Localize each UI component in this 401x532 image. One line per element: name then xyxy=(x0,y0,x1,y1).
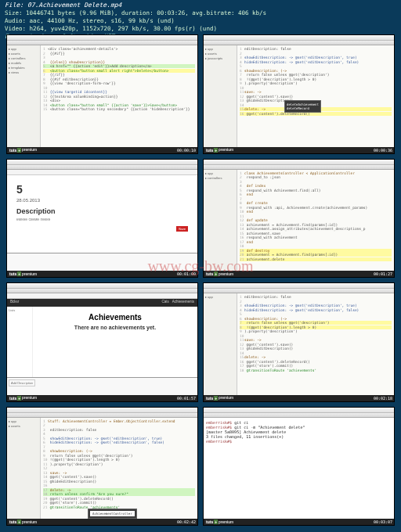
timestamp: 00:02:42 xyxy=(177,519,196,524)
autocomplete-popup[interactable]: AchievementController xyxy=(88,509,137,519)
nav-brand: Bcksr xyxy=(10,300,19,306)
thumbnail-grid: ▸ app▸ assets▸ controllers▸ models▸ temp… xyxy=(6,34,395,526)
thumbnail-6: ▸ app 1editDescription: false 2 3showEdi… xyxy=(203,282,395,402)
tutsplus-logo: tuts+premium xyxy=(9,271,37,276)
timestamp: 00:01:00 xyxy=(177,271,196,276)
file-sidebar: ▸ app▸ controllers xyxy=(204,170,237,278)
tutsplus-logo: tuts+premium xyxy=(9,148,37,153)
code-editor: 1editDescription: false 2 3showEditDescr… xyxy=(237,45,394,153)
tutsplus-logo: tuts+premium xyxy=(205,519,233,524)
timestamp: 00:01:57 xyxy=(177,396,196,401)
tutsplus-logo: tuts+premium xyxy=(9,396,37,401)
thumbnail-4: ▸ app▸ controllers 1class AchievementsCo… xyxy=(203,159,395,279)
url-bar[interactable] xyxy=(7,170,197,175)
tutsplus-logo: tuts+premium xyxy=(9,519,37,524)
achievement-date: 28.05.2013 xyxy=(16,198,188,203)
code-editor: 1Stuff: AchievementController = Ember.Ob… xyxy=(41,418,197,526)
mac-menubar xyxy=(204,408,394,413)
empty-message: There are no achievements yet. xyxy=(33,325,197,330)
nav-sidebar: Lists xyxy=(7,307,33,377)
thumbnail-5: Bcksr CatsAchievements Lists Achievement… xyxy=(6,282,198,402)
file-sidebar: ▸ app▸ assets▸ controllers▸ models▸ temp… xyxy=(7,45,41,153)
mac-menubar xyxy=(204,160,394,165)
mac-menubar xyxy=(7,283,197,289)
tutsplus-logo: tuts+premium xyxy=(205,148,233,153)
timestamp: 00:01:27 xyxy=(374,271,392,276)
description-heading: Description xyxy=(16,207,188,215)
mac-menubar xyxy=(204,35,394,41)
thumbnail-8: emberrisk#$ git ci emberrisk#$ git ci -m… xyxy=(203,407,395,527)
save-button[interactable]: Save xyxy=(176,226,188,232)
thumbnail-1: ▸ app▸ assets▸ controllers▸ models▸ temp… xyxy=(6,34,198,154)
autocomplete-popup[interactable]: deleteAchievement deleteRecord xyxy=(284,100,321,113)
app-navbar: Bcksr CatsAchievements xyxy=(7,299,197,307)
timestamp: 00:03:07 xyxy=(374,519,392,524)
mac-menubar xyxy=(7,160,197,165)
thumbnail-2: ▸ app▸ assets▸ javascripts 1editDescript… xyxy=(203,34,395,154)
terminal[interactable]: emberrisk#$ git ci emberrisk#$ git ci -m… xyxy=(204,418,394,526)
page-content: 5 28.05.2013 Description емкее скеме пек… xyxy=(7,175,197,253)
code-editor: 1<div class='achievement-details'> 2 {{#… xyxy=(41,45,197,153)
achievements-heading: Achievements xyxy=(33,313,197,322)
timestamp: 00:00:36 xyxy=(374,148,392,153)
tutsplus-logo: tuts+premium xyxy=(205,271,233,276)
tutsplus-logo: tuts+premium xyxy=(205,396,233,401)
code-editor: 1class AchievementsController < Applicat… xyxy=(237,170,394,278)
code-editor: 1editDescription: false 2 3showEditDescr… xyxy=(237,293,394,401)
mac-menubar xyxy=(7,35,197,41)
mac-menubar xyxy=(204,283,394,289)
file-sidebar: ▸ app xyxy=(204,293,237,401)
thumbnail-7: ▸ app▸ assets 1Stuff: AchievementControl… xyxy=(6,407,198,527)
mac-menubar xyxy=(7,408,197,413)
timestamp: 00:02:18 xyxy=(374,396,392,401)
thumbnail-3: 5 28.05.2013 Description емкее скеме пек… xyxy=(6,159,198,279)
url-bar[interactable] xyxy=(7,293,197,299)
timestamp: 00:00:10 xyxy=(177,148,196,153)
file-sidebar: ▸ app▸ assets xyxy=(7,418,41,526)
description-text: емкее скеме пекке xyxy=(16,217,188,221)
achievement-number: 5 xyxy=(16,183,188,196)
file-sidebar: ▸ app▸ assets▸ javascripts xyxy=(204,45,237,153)
